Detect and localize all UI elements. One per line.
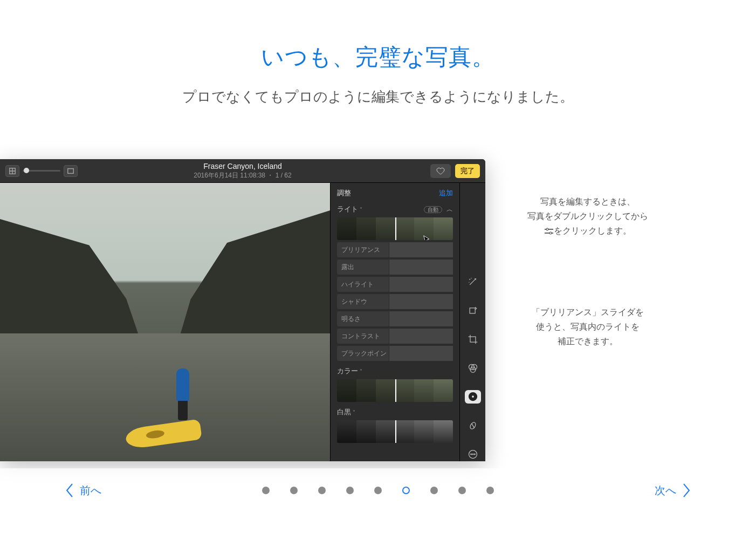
auto-light-button[interactable]: 自動 — [424, 206, 442, 213]
adjustments-panel: 調整 追加 ライト 自動 ︿ ブリリアンス 露出 — [330, 183, 459, 461]
pager-bar: 前へ 次へ — [0, 468, 756, 513]
slider-label: シャドウ — [337, 297, 389, 306]
callout-1-line-3: をクリックします。 — [518, 223, 658, 240]
page-dot[interactable] — [318, 487, 326, 494]
slider-shadows[interactable]: シャドウ — [337, 294, 453, 309]
done-button[interactable]: 完了 — [455, 164, 480, 178]
prev-label: 前へ — [80, 483, 101, 498]
svg-rect-3 — [68, 168, 74, 173]
slider-brightness[interactable]: 明るさ — [337, 311, 453, 326]
zoom-slider[interactable] — [23, 170, 60, 172]
svg-point-17 — [546, 228, 548, 230]
svg-rect-4 — [470, 308, 475, 313]
collapse-light-button[interactable]: ︿ — [446, 206, 453, 213]
slider-label: ブリリアンス — [337, 245, 389, 255]
photo-editor-window: Fraser Canyon, Iceland 2016年6月14日 11:08:… — [0, 159, 485, 461]
bw-strip-slider[interactable] — [337, 420, 453, 443]
slider-label: 露出 — [337, 263, 389, 272]
callout-1-line-1: 写真を編集するときは、 — [518, 194, 658, 209]
photo-canvas[interactable] — [0, 183, 330, 461]
zoom-fit-button[interactable] — [64, 165, 78, 177]
slider-label: コントラスト — [337, 332, 389, 341]
page-dot[interactable] — [458, 487, 466, 494]
svg-point-14 — [472, 454, 473, 455]
sliders-icon — [544, 225, 554, 240]
adjust-header-label: 調整 — [337, 188, 351, 198]
color-strip-slider[interactable] — [337, 379, 453, 402]
favorite-button[interactable] — [430, 164, 451, 178]
next-button[interactable]: 次へ — [655, 482, 691, 498]
filters-icon[interactable] — [465, 361, 481, 374]
slider-blackpoint[interactable]: ブラックポイント — [337, 346, 453, 361]
retouch-icon[interactable] — [465, 419, 481, 432]
rotate-icon[interactable] — [465, 303, 481, 317]
more-icon[interactable] — [465, 448, 481, 461]
light-strip-slider[interactable] — [337, 217, 453, 240]
callout-1-line-2: 写真をダブルクリックしてから — [518, 209, 658, 223]
editor-toolbar: Fraser Canyon, Iceland 2016年6月14日 11:08:… — [0, 159, 485, 183]
crop-icon[interactable] — [465, 332, 481, 346]
svg-point-13 — [470, 454, 471, 455]
chevron-left-icon — [65, 482, 74, 498]
section-light-label[interactable]: ライト — [337, 204, 362, 214]
page-dot[interactable] — [290, 487, 298, 494]
svg-line-11 — [471, 424, 474, 428]
callout-2-line-2: 使うと、写真内のライトを — [518, 319, 658, 334]
section-color-label[interactable]: カラー — [337, 366, 362, 376]
chevron-right-icon — [682, 482, 691, 498]
page-dot[interactable] — [430, 487, 438, 494]
svg-point-15 — [474, 454, 475, 455]
callout-2-line-1: 「ブリリアンス」スライダを — [518, 305, 658, 319]
callout-2-line-3: 補正できます。 — [518, 334, 658, 349]
slider-label: 明るさ — [337, 315, 389, 324]
slider-label: ハイライト — [337, 280, 389, 289]
page-dot[interactable] — [402, 487, 410, 494]
page-dot[interactable] — [346, 487, 354, 494]
page-dot[interactable] — [486, 487, 494, 494]
page-subtitle: プロでなくてもプロのように編集できるようになりました。 — [0, 87, 756, 106]
slider-contrast[interactable]: コントラスト — [337, 329, 453, 344]
page-dot[interactable] — [374, 487, 382, 494]
adjust-icon[interactable] — [465, 390, 481, 404]
page-dots — [262, 487, 494, 494]
section-bw-label[interactable]: 白黒 — [337, 407, 355, 417]
slider-label: ブラックポイント — [337, 349, 389, 358]
slider-brilliance[interactable]: ブリリアンス — [337, 242, 453, 257]
magic-wand-icon[interactable] — [465, 275, 481, 288]
next-label: 次へ — [655, 483, 676, 498]
prev-button[interactable]: 前へ — [65, 482, 101, 498]
help-callouts: 写真を編集するときは、 写真をダブルクリックしてから をクリックします。 「ブリ… — [518, 194, 658, 349]
zoom-grid-button[interactable] — [5, 165, 19, 177]
svg-point-19 — [549, 232, 552, 234]
page-title: いつも、完璧な写真。 — [0, 42, 756, 72]
add-adjustment-button[interactable]: 追加 — [439, 188, 453, 198]
svg-point-9 — [471, 395, 474, 398]
slider-exposure[interactable]: 露出 — [337, 259, 453, 275]
slider-highlights[interactable]: ハイライト — [337, 277, 453, 292]
page-dot[interactable] — [262, 487, 270, 494]
tool-rail — [459, 183, 485, 461]
